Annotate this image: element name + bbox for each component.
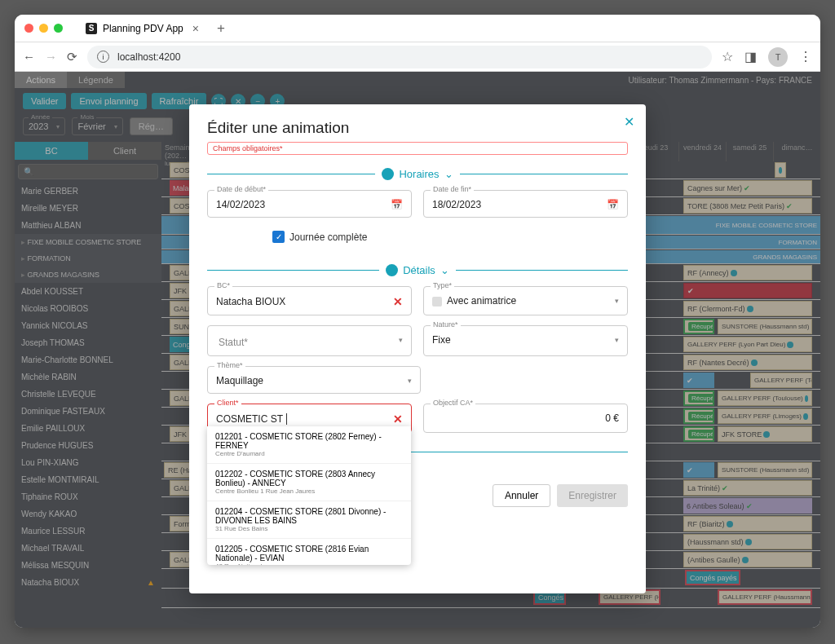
- modal-overlay: ✕ Éditer une animation Champs obligatoir…: [15, 72, 820, 628]
- menu-icon[interactable]: ⋮: [799, 49, 812, 64]
- dropdown-item[interactable]: 012204 - COSMETIC STORE (2801 Divonne) -…: [207, 501, 411, 539]
- journee-label: Journée complète: [289, 232, 367, 243]
- chevron-down-icon[interactable]: ⌄: [440, 264, 449, 276]
- favicon: S: [86, 23, 97, 34]
- journee-checkbox[interactable]: ✓: [272, 231, 285, 243]
- client-dropdown: 012201 - COSMETIC STORE (2802 Ferney) - …: [207, 426, 411, 565]
- reload-button[interactable]: ⟳: [67, 50, 77, 64]
- details-icon: [386, 264, 398, 276]
- objectif-field[interactable]: Objectif CA* 0 €: [423, 404, 628, 433]
- modal-close-icon[interactable]: ✕: [624, 114, 634, 130]
- url-input[interactable]: i localhost:4200: [87, 46, 712, 68]
- save-button[interactable]: Enregistrer: [557, 484, 628, 507]
- calendar-icon[interactable]: 📅: [391, 199, 403, 210]
- profile-avatar[interactable]: T: [768, 47, 788, 67]
- browser-tab[interactable]: S Planning PDV App ×: [74, 17, 210, 40]
- url-text: localhost:4200: [117, 51, 180, 63]
- bc-field[interactable]: BC* Natacha BIOUX✕: [207, 286, 412, 315]
- clear-icon[interactable]: ✕: [393, 412, 403, 426]
- theme-field[interactable]: Thème* Maquillage▾: [207, 366, 421, 394]
- site-info-icon[interactable]: i: [97, 51, 109, 63]
- browser-title-bar: S Planning PDV App × +: [15, 15, 820, 42]
- close-window-icon[interactable]: [24, 24, 33, 33]
- clear-icon[interactable]: ✕: [393, 295, 403, 308]
- tab-close-icon[interactable]: ×: [192, 22, 199, 35]
- clock-icon: [382, 168, 394, 180]
- date-debut-field[interactable]: Date de début* 14/02/2023📅: [207, 190, 412, 218]
- date-fin-field[interactable]: Date de fin* 18/02/2023📅: [423, 190, 628, 218]
- dropdown-item[interactable]: 012205 - COSMETIC STORE (2816 Evian Nati…: [207, 539, 411, 565]
- statut-field[interactable]: Statut* ▾: [207, 325, 412, 356]
- modal-title: Éditer une animation: [207, 119, 628, 137]
- required-badge: Champs obligatoires*: [207, 142, 628, 155]
- type-field[interactable]: Type* Avec animatrice▾: [423, 286, 628, 315]
- nature-field[interactable]: Nature* Fixe▾: [423, 325, 628, 356]
- calendar-icon[interactable]: 📅: [607, 199, 619, 210]
- extensions-icon[interactable]: ◨: [744, 49, 757, 64]
- tab-title: Planning PDV App: [103, 23, 183, 34]
- forward-button[interactable]: →: [45, 50, 57, 64]
- dropdown-item[interactable]: 012202 - COSMETIC STORE (2803 Annecy Bon…: [207, 464, 411, 501]
- maximize-window-icon[interactable]: [54, 24, 63, 33]
- dropdown-item[interactable]: 012201 - COSMETIC STORE (2802 Ferney) - …: [207, 426, 411, 464]
- new-tab-button[interactable]: +: [217, 20, 225, 37]
- cancel-button[interactable]: Annuler: [493, 484, 550, 507]
- back-button[interactable]: ←: [23, 50, 35, 64]
- chevron-down-icon[interactable]: ⌄: [444, 168, 453, 180]
- minimize-window-icon[interactable]: [39, 24, 48, 33]
- edit-animation-modal: ✕ Éditer une animation Champs obligatoir…: [189, 104, 646, 593]
- bookmark-icon[interactable]: ☆: [722, 49, 733, 64]
- address-bar: ← → ⟳ i localhost:4200 ☆ ◨ T ⋮: [15, 42, 820, 72]
